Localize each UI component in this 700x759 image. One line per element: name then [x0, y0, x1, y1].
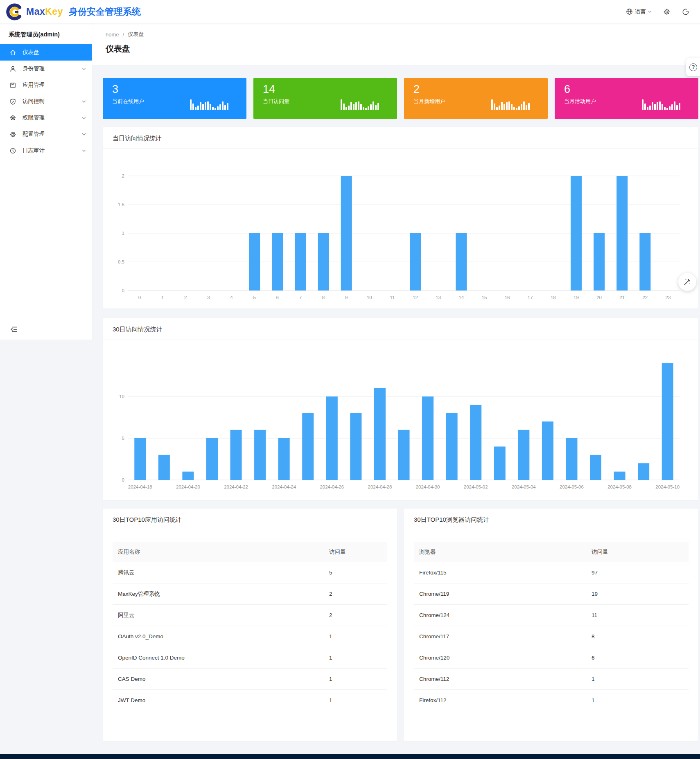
- help-button[interactable]: ?: [686, 58, 700, 76]
- top-browsers-panel: 30日TOP10浏览器访问统计 浏览器访问量Firefox/11597Chrom…: [404, 509, 698, 741]
- breadcrumb-home-link[interactable]: home: [106, 32, 119, 38]
- x-tick-label: 13: [436, 295, 441, 300]
- x-tick-label: 5: [253, 295, 255, 300]
- theme-switcher-button[interactable]: [678, 273, 696, 291]
- bar: [422, 396, 434, 480]
- bar: [571, 176, 582, 291]
- clock-icon: [9, 147, 16, 154]
- x-tick-label: 18: [551, 295, 556, 300]
- sidebar-item-label: 配置管理: [23, 131, 45, 138]
- gear-icon: [663, 8, 671, 16]
- stat-card-1: 14当日访问量: [253, 78, 397, 119]
- bar: [182, 472, 194, 480]
- table-cell-name: MaxKey管理系统: [113, 590, 329, 598]
- stat-card-2: 2当月新增用户: [404, 78, 548, 119]
- page-title: 仪表盘: [106, 43, 686, 54]
- bar: [542, 421, 553, 480]
- table-cell-value: 1: [329, 697, 387, 703]
- bar: [594, 233, 605, 291]
- table-row: CAS Demo1: [113, 669, 387, 690]
- sidebar-item-1[interactable]: 身份管理: [0, 61, 92, 77]
- bar: [638, 463, 649, 480]
- mini-bar-chart-icon: [190, 99, 228, 110]
- breadcrumb-separator: /: [123, 32, 124, 38]
- chevron-down-icon: [82, 149, 86, 152]
- table-cell-value: 1: [329, 633, 387, 640]
- x-tick-label: 4: [230, 295, 233, 300]
- bar: [614, 472, 625, 480]
- sidebar-item-3[interactable]: 访问控制: [0, 93, 92, 110]
- x-tick-label: 2024-05-06: [560, 484, 584, 489]
- bar: [230, 430, 242, 480]
- bar: [278, 438, 290, 480]
- bar: [341, 176, 352, 291]
- sidebar-item-2[interactable]: 应用管理: [0, 77, 92, 93]
- sidebar-item-5[interactable]: 配置管理: [0, 126, 92, 142]
- chevron-down-icon: [82, 117, 86, 119]
- x-tick-label: 6: [276, 295, 279, 300]
- stat-value: 14: [263, 83, 397, 95]
- question-mark-icon: ?: [689, 63, 697, 71]
- x-tick-label: 23: [666, 295, 671, 300]
- tables-row: 30日TOP10应用访问统计 应用名称访问量腾讯云5MaxKey管理系统2阿里云…: [103, 509, 698, 741]
- x-tick-label: 2024-05-02: [464, 484, 488, 489]
- chevron-down-icon: [82, 133, 86, 136]
- x-tick-label: 8: [322, 295, 325, 300]
- table-cell-name: CAS Demo: [113, 676, 329, 682]
- x-tick-label: 22: [642, 295, 648, 300]
- logout-button[interactable]: [682, 8, 689, 16]
- table-cell-name: Firefox/112: [414, 697, 592, 703]
- breadcrumb-bar: home / 仪表盘 仪表盘: [92, 23, 700, 65]
- y-tick-label: 1.5: [118, 202, 124, 207]
- table-cell-value: 8: [592, 633, 689, 640]
- table-row: Firefox/11597: [414, 562, 689, 583]
- bar: [566, 438, 577, 480]
- sidebar-item-label: 身份管理: [23, 65, 45, 72]
- bar: [470, 405, 481, 480]
- table-cell-value: 2: [329, 612, 387, 618]
- y-tick-label: 0: [122, 477, 124, 482]
- app-icon: [9, 82, 16, 89]
- monthly-visits-panel: 30日访问情况统计 05102024-04-182024-04-202024-0…: [103, 318, 698, 500]
- x-tick-label: 3: [207, 295, 210, 300]
- magic-wand-icon: [683, 278, 691, 286]
- table-cell-value: 1: [592, 676, 689, 682]
- sidebar-item-4[interactable]: 权限管理: [0, 110, 92, 126]
- top-apps-table: 应用名称访问量腾讯云5MaxKey管理系统2阿里云2OAuth v2.0_Dem…: [113, 542, 387, 711]
- sidebar-user-label: 系统管理员(admin): [0, 23, 92, 44]
- stat-card-0: 3当前在线用户: [103, 78, 246, 119]
- language-switcher[interactable]: 语言: [626, 8, 652, 16]
- sidebar-collapse-button[interactable]: [10, 326, 18, 334]
- x-tick-label: 0: [138, 295, 141, 300]
- bar: [158, 455, 170, 480]
- x-tick-label: 2024-04-24: [272, 484, 296, 489]
- table-cell-value: 97: [592, 570, 689, 576]
- table-cell-value: 1: [592, 697, 689, 703]
- table-cell-value: 11: [592, 612, 689, 618]
- today-visits-bar-chart: 00.511.520123456789101112131415161718192…: [113, 151, 689, 306]
- x-tick-label: 7: [299, 295, 302, 300]
- table-cell-value: 1: [329, 655, 387, 661]
- table-cell-value: 6: [592, 655, 689, 661]
- globe-icon: [626, 8, 633, 15]
- settings-button[interactable]: [663, 8, 671, 16]
- user-icon: [9, 65, 16, 72]
- table-row: OpenID Connect 1.0 Demo1: [113, 647, 387, 669]
- sidebar-item-label: 日志审计: [23, 147, 45, 154]
- bar: [446, 413, 458, 480]
- table-cell-name: Chrome/112: [414, 676, 592, 682]
- sidebar: 系统管理员(admin) 仪表盘身份管理应用管理访问控制权限管理配置管理日志审计: [0, 23, 92, 340]
- table-header-row: 应用名称访问量: [113, 542, 387, 562]
- table-cell-name: Chrome/117: [414, 633, 592, 640]
- top-apps-panel: 30日TOP10应用访问统计 应用名称访问量腾讯云5MaxKey管理系统2阿里云…: [103, 509, 397, 741]
- sidebar-item-0[interactable]: 仪表盘: [0, 44, 92, 61]
- sidebar-item-6[interactable]: 日志审计: [0, 142, 92, 159]
- y-tick-label: 0: [122, 288, 124, 293]
- x-tick-label: 21: [619, 295, 625, 300]
- x-tick-label: 2024-04-22: [224, 484, 248, 489]
- logout-icon: [682, 8, 689, 16]
- bar: [494, 446, 506, 480]
- stat-cards-row: 3当前在线用户14当日访问量2当月新增用户6当月活动用户: [103, 78, 698, 119]
- table-row: Chrome/1178: [414, 626, 689, 647]
- stat-value: 3: [112, 83, 246, 95]
